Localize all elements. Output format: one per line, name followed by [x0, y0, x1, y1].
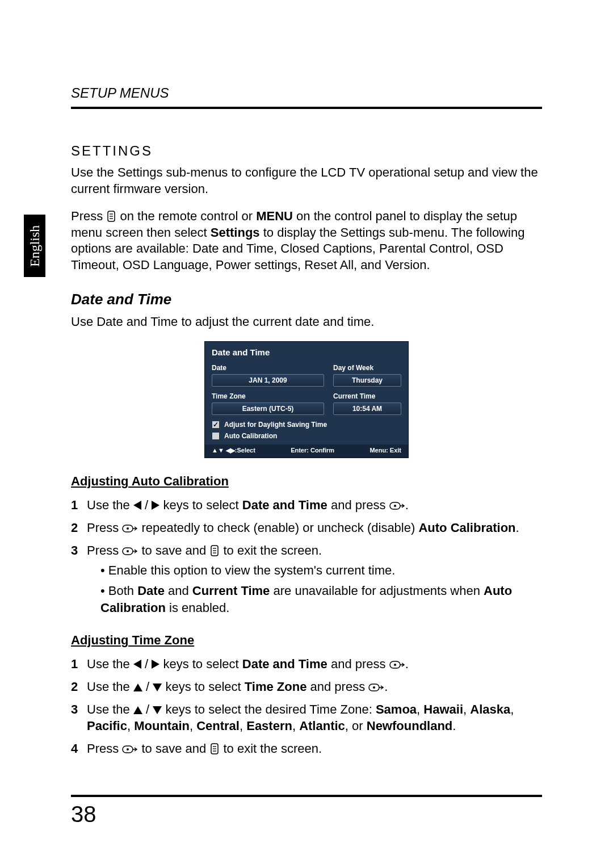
- osd-footer-confirm: Enter: Confirm: [291, 447, 334, 454]
- osd-tz-label: Time Zone: [212, 392, 324, 400]
- text: Use the: [87, 657, 133, 671]
- svg-point-17: [373, 686, 375, 689]
- text: keys to select the desired Time Zone:: [165, 702, 376, 716]
- step: 2 Press repeatedly to check (enable) or …: [71, 519, 542, 536]
- down-arrow-icon: [153, 706, 162, 714]
- text-bold: Newfoundland: [367, 719, 453, 733]
- text: are unavailable for adjustments when: [273, 584, 484, 598]
- text: Use the: [87, 702, 133, 716]
- osd-dst-checkbox: ✓: [212, 421, 220, 429]
- right-arrow-icon: [152, 660, 159, 669]
- auto-cal-steps: 1 Use the / keys to select Date and Time…: [71, 497, 542, 619]
- menu-remote-icon: [209, 741, 220, 756]
- text: on the remote control or: [120, 209, 256, 223]
- osd-screenshot: Date and Time Date JAN 1, 2009 Day of We…: [204, 341, 409, 458]
- step: 3 Press to save and to exit the screen. …: [71, 542, 542, 620]
- osd-tz-field: Eastern (UTC-5): [212, 402, 324, 415]
- text: keys to select: [163, 657, 242, 671]
- text-bold: Samoa: [376, 702, 417, 716]
- text: Use the: [87, 680, 133, 694]
- time-zone-heading: Adjusting Time Zone: [71, 633, 542, 648]
- settings-heading: SETTINGS: [71, 143, 542, 159]
- text-bold: Current Time: [192, 584, 270, 598]
- settings-press-paragraph: Press on the remote control or MENU on t…: [71, 208, 542, 273]
- text: Use the: [87, 498, 133, 512]
- text: Press: [87, 521, 122, 535]
- step: 4 Press to save and to exit the screen.: [71, 740, 542, 757]
- enter-icon: [389, 498, 405, 512]
- left-arrow-icon: [133, 501, 141, 510]
- text-bold: Time Zone: [245, 680, 307, 694]
- page-footer: 38: [71, 795, 542, 827]
- up-arrow-icon: [133, 706, 142, 714]
- settings-intro: Use the Settings sub-menus to configure …: [71, 165, 542, 197]
- enter-icon: [122, 543, 138, 557]
- text-bold: Alaska: [470, 702, 510, 716]
- osd-footer-select: ▲▼ ◀▶:Select: [212, 447, 255, 454]
- osd-ac-checkbox: [212, 432, 220, 440]
- text: and press: [331, 498, 389, 512]
- header-rule: [71, 107, 542, 109]
- svg-point-15: [394, 664, 396, 666]
- enter-icon: [122, 741, 138, 756]
- step: 3 Use the / keys to select the desired T…: [71, 701, 542, 735]
- text: Both: [108, 584, 137, 598]
- osd-dst-label: Adjust for Daylight Saving Time: [224, 421, 327, 429]
- bullet: Both Date and Current Time are unavailab…: [100, 582, 542, 616]
- down-arrow-icon: [153, 684, 162, 691]
- language-tab: English: [24, 215, 45, 277]
- text-bold: Atlantic: [299, 719, 345, 733]
- text-bold: Date and Time: [242, 657, 328, 671]
- text: to exit the screen.: [223, 741, 322, 756]
- svg-point-9: [127, 550, 129, 552]
- text: repeatedly to check (enable) or uncheck …: [141, 521, 418, 535]
- osd-footer: ▲▼ ◀▶:Select Enter: Confirm Menu: Exit: [205, 445, 408, 458]
- osd-ct-label: Current Time: [333, 392, 401, 400]
- text-bold: Central: [196, 719, 240, 733]
- menu-remote-icon: [209, 543, 220, 557]
- step: 1 Use the / keys to select Date and Time…: [71, 497, 542, 514]
- bullet: Enable this option to view the system's …: [100, 562, 542, 579]
- text-bold: Hawaii: [423, 702, 463, 716]
- text: and press: [331, 657, 389, 671]
- page-content: SETUP MENUS SETTINGS Use the Settings su…: [71, 85, 542, 771]
- text-bold: Auto Calibration: [418, 521, 515, 535]
- osd-ac-label: Auto Calibration: [224, 432, 277, 440]
- text-bold: Mountain: [134, 719, 190, 733]
- text: to exit the screen.: [223, 543, 322, 557]
- text: is enabled.: [169, 601, 229, 615]
- osd-ct-field: 10:54 AM: [333, 402, 401, 415]
- running-header: SETUP MENUS: [71, 85, 542, 101]
- text: keys to select: [163, 498, 242, 512]
- footer-rule: [71, 795, 542, 797]
- time-zone-steps: 1 Use the / keys to select Date and Time…: [71, 656, 542, 757]
- osd-date-label: Date: [212, 364, 324, 372]
- text: Press: [87, 741, 122, 756]
- svg-point-19: [127, 748, 129, 750]
- osd-title: Date and Time: [212, 347, 401, 357]
- page-number: 38: [71, 802, 542, 827]
- right-arrow-icon: [152, 501, 159, 510]
- menu-word: MENU: [256, 209, 293, 223]
- text: Press: [87, 543, 122, 557]
- text: and: [168, 584, 192, 598]
- text-bold: Date and Time: [242, 498, 328, 512]
- text-bold: Eastern: [246, 719, 292, 733]
- text: to save and: [141, 543, 209, 557]
- osd-footer-exit: Menu: Exit: [370, 447, 401, 454]
- osd-date-field: JAN 1, 2009: [212, 374, 324, 387]
- text-bold: Pacific: [87, 719, 127, 733]
- text-bold: Date: [137, 584, 165, 598]
- step: 1 Use the / keys to select Date and Time…: [71, 656, 542, 673]
- step: 2 Use the / keys to select Time Zone and…: [71, 678, 542, 695]
- menu-remote-icon: [106, 209, 116, 223]
- text: , or: [345, 719, 367, 733]
- text: keys to select: [165, 680, 244, 694]
- enter-icon: [122, 521, 138, 535]
- date-time-heading: Date and Time: [71, 291, 542, 308]
- text: Press: [71, 209, 106, 223]
- text: and press: [310, 680, 369, 694]
- up-arrow-icon: [133, 684, 142, 691]
- osd-dow-field: Thursday: [333, 374, 401, 387]
- enter-icon: [389, 657, 405, 671]
